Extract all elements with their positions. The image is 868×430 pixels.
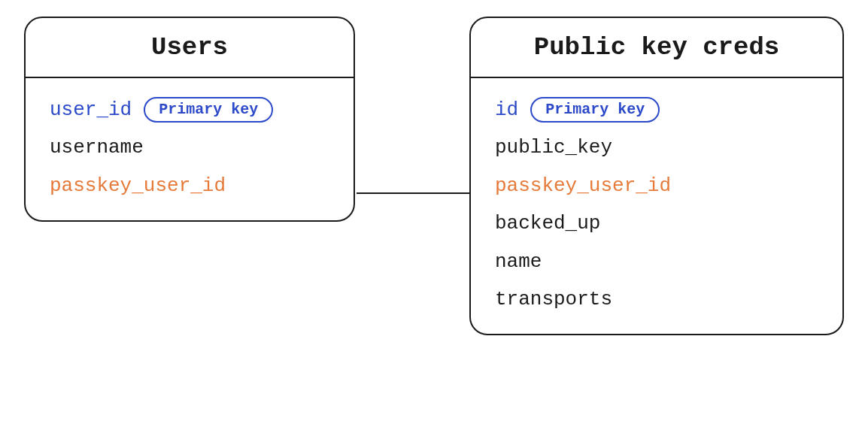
field-user-id: user_id <box>50 96 132 123</box>
field-id: id <box>495 96 518 123</box>
entity-users-body: user_id Primary key username passkey_use… <box>26 78 354 220</box>
field-passkey-user-id: passkey_user_id <box>495 172 671 199</box>
entity-public-key-creds: Public key creds id Primary key public_k… <box>469 17 844 335</box>
field-public-key: public_key <box>495 134 612 161</box>
field-row: public_key <box>495 134 818 161</box>
entity-users: Users user_id Primary key username passk… <box>24 17 355 222</box>
relationship-line <box>357 192 469 194</box>
field-name: name <box>495 248 542 275</box>
field-backed-up: backed_up <box>495 210 600 237</box>
primary-key-badge: Primary key <box>530 97 660 123</box>
entity-public-key-creds-body: id Primary key public_key passkey_user_i… <box>471 78 842 334</box>
field-row: id Primary key <box>495 96 818 123</box>
field-row: name <box>495 248 818 275</box>
er-diagram: Users user_id Primary key username passk… <box>0 0 868 430</box>
entity-public-key-creds-title: Public key creds <box>471 18 842 78</box>
field-username: username <box>50 134 144 161</box>
field-passkey-user-id: passkey_user_id <box>50 172 226 199</box>
field-row: passkey_user_id <box>50 172 329 199</box>
entity-users-title: Users <box>26 18 354 78</box>
field-transports: transports <box>495 286 612 313</box>
field-row: user_id Primary key <box>50 96 329 123</box>
field-row: transports <box>495 286 818 313</box>
field-row: passkey_user_id <box>495 172 818 199</box>
field-row: username <box>50 134 329 161</box>
field-row: backed_up <box>495 210 818 237</box>
primary-key-badge: Primary key <box>144 97 273 123</box>
